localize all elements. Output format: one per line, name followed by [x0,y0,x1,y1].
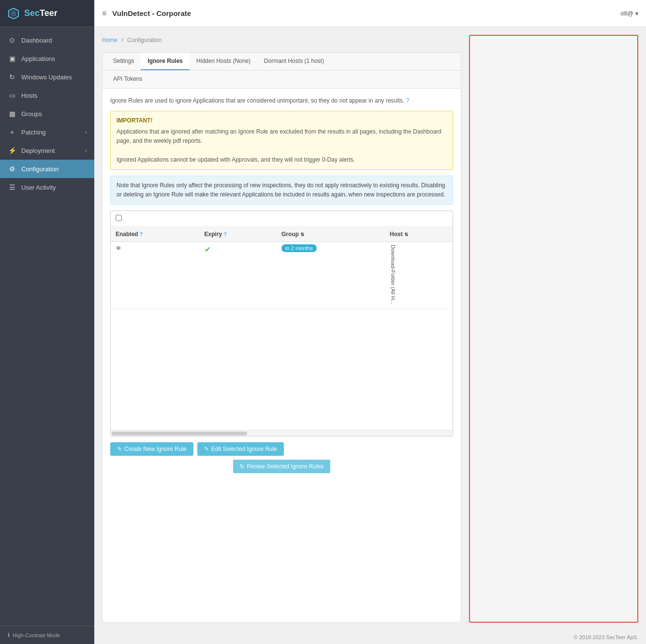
renew-buttons-row: ↻ Renew Selected Ignore Rules [110,460,453,473]
right-card [469,35,638,623]
scroll-thumb[interactable] [112,432,247,435]
sidebar-item-patching[interactable]: + Patching › [0,123,94,141]
alert-note-text: Note that Ignore Rules only affect the p… [117,182,445,198]
tabs-row1: Settings Ignore Rules Hidden Hosts (None… [103,53,461,71]
main-wrapper: ≡ VulnDetect - Corporate olli@ ▾ Home / … [94,0,646,644]
sidebar-item-user-activity[interactable]: ☰ User Activity [0,178,94,196]
sidebar-item-deployment[interactable]: ⚡ Deployment › [0,141,94,160]
deployment-icon: ⚡ [8,147,16,154]
right-panel [469,35,638,623]
ignore-rules-table-wrapper: Enabled ? Expiry ? Group ⇅ [110,210,453,436]
ignore-rules-table: Enabled ? Expiry ? Group ⇅ [111,227,453,309]
sidebar-footer[interactable]: ℹ High-Contrast Mode [0,626,94,644]
enabled-help-icon[interactable]: ? [140,232,143,237]
topbar: ≡ VulnDetect - Corporate olli@ ▾ [94,0,646,27]
edit-icon: ✎ [204,446,209,452]
cell-eye: 👁 [111,242,200,309]
create-new-ignore-rule-button[interactable]: ✎ Create New Ignore Rule [110,442,193,456]
tab-settings[interactable]: Settings [106,53,141,70]
cell-enabled: ✔ [200,242,277,309]
card-body: Ignore Rules are used to ignore Applicat… [103,89,461,622]
groups-icon: ▦ [8,110,16,118]
expiry-badge: in 2 months [281,244,317,252]
renew-icon: ↻ [240,463,245,470]
content-area: Home / Configuration Settings Ignore Rul… [94,27,646,630]
menu-icon[interactable]: ≡ [102,9,106,18]
left-panel: Home / Configuration Settings Ignore Rul… [102,35,461,623]
footer: © 2018-2023 SecTeer ApS. [94,630,646,644]
tab-ignore-rules[interactable]: Ignore Rules [141,53,190,70]
select-all-checkbox[interactable] [116,215,122,221]
cell-group: Download-Folder (All H... [385,242,453,309]
col-group: Group ⇅ [277,227,385,242]
alert-line2: Ignored Applications cannot be updated w… [117,156,355,163]
sidebar-item-dashboard[interactable]: ⊙ Dashboard [0,31,94,49]
table-check-row [111,211,453,227]
horizontal-scrollbar[interactable] [111,430,453,436]
user-activity-icon: ☰ [8,183,16,191]
tab-dormant-hosts[interactable]: Dormant Hosts (1 host) [257,53,331,70]
applications-icon: ▣ [8,55,16,62]
sidebar-item-hosts[interactable]: ▭ Hosts [0,86,94,105]
group-value: Download-Folder (All H... [390,245,396,304]
info-icon: ℹ [8,632,10,638]
group-sort-icon[interactable]: ⇅ [300,232,304,237]
tabs-row2: API Tokens [103,71,461,89]
sidebar-nav: ⊙ Dashboard ▣ Applications ↻ Windows Upd… [0,27,94,626]
main-card: Settings Ignore Rules Hidden Hosts (None… [102,52,461,623]
sidebar-item-groups[interactable]: ▦ Groups [0,105,94,123]
sidebar-item-label: Applications [21,55,55,62]
windows-updates-icon: ↻ [8,73,16,81]
expiry-help-icon[interactable]: ? [224,232,227,237]
table-row[interactable]: 👁 ✔ in 2 months [111,242,453,309]
dashboard-icon: ⊙ [8,36,16,44]
alert-note: Note that Ignore Rules only affect the p… [110,176,453,205]
sidebar-item-label: User Activity [21,184,56,191]
intro-text: Ignore Rules are used to ignore Applicat… [110,96,453,105]
logo-text: SecTeer [24,8,58,18]
alert-important: IMPORTANT! Applications that are ignored… [110,111,453,170]
app-title: VulnDetect - Corporate [112,9,615,17]
renew-selected-ignore-rules-button[interactable]: ↻ Renew Selected Ignore Rules [233,460,331,473]
breadcrumb-separator: / [121,37,123,44]
sidebar-item-configuration[interactable]: ⚙ Configuration [0,160,94,178]
table-spacer [111,309,453,430]
enabled-badge: ✔ [205,245,211,254]
chevron-right-icon: › [85,148,87,153]
footer-text: © 2018-2023 SecTeer ApS. [574,634,638,640]
breadcrumb-current: Configuration [127,37,162,44]
sidebar-item-label: Windows Updates [21,74,72,81]
alert-title: IMPORTANT! [117,116,447,125]
sidebar-item-label: Deployment [21,147,55,154]
plus-icon: ✎ [117,446,122,452]
col-host: Host ⇅ [385,227,453,242]
host-sort-icon[interactable]: ⇅ [404,232,408,237]
hosts-icon: ▭ [8,91,16,99]
eye-icon: 👁 [116,245,122,252]
high-contrast-label: High-Contrast Mode [13,632,60,638]
user-info: olli@ ▾ [620,10,638,17]
username: olli@ [620,10,633,17]
edit-selected-ignore-rule-button[interactable]: ✎ Edit Selected Ignore Rule [197,442,284,456]
user-dropdown-icon[interactable]: ▾ [635,10,638,17]
action-buttons-row: ✎ Create New Ignore Rule ✎ Edit Selected… [110,442,453,456]
configuration-icon: ⚙ [8,165,16,173]
tab-hidden-hosts[interactable]: Hidden Hosts (None) [190,53,257,70]
logo-icon [7,7,20,20]
alert-line1: Applications that are ignored after matc… [117,128,441,144]
sidebar-logo: SecTeer [0,0,94,27]
tab-api-tokens[interactable]: API Tokens [106,71,149,88]
col-expiry: Expiry ? [200,227,277,242]
sidebar-item-label: Configuration [21,165,59,173]
chevron-right-icon: › [85,130,87,135]
sidebar-item-label: Hosts [21,92,37,99]
breadcrumb-home[interactable]: Home [102,37,117,44]
intro-help-link[interactable]: ? [406,97,410,104]
sidebar-item-applications[interactable]: ▣ Applications [0,49,94,68]
table-scroll-area[interactable]: Enabled ? Expiry ? Group ⇅ [111,227,453,430]
cell-expiry: in 2 months [277,242,385,309]
sidebar-item-label: Groups [21,110,42,118]
col-enabled: Enabled ? [111,227,200,242]
sidebar: SecTeer ⊙ Dashboard ▣ Applications ↻ Win… [0,0,94,644]
sidebar-item-windows-updates[interactable]: ↻ Windows Updates [0,68,94,86]
